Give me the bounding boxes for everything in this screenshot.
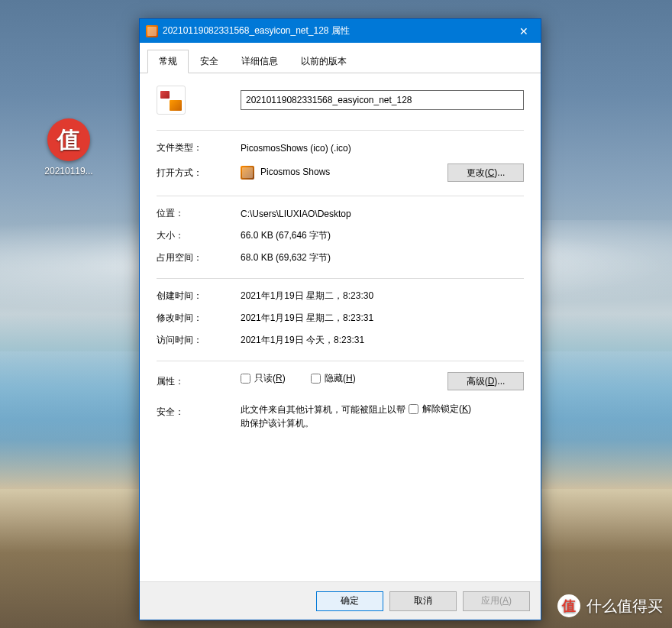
dialog-footer: 确定 取消 应用(A) (140, 581, 541, 620)
divider (157, 278, 524, 279)
hidden-checkbox[interactable]: 隐藏(H) (311, 372, 356, 385)
divider (157, 196, 524, 196)
apply-button[interactable]: 应用(A) (463, 591, 530, 611)
change-button[interactable]: 更改(C)... (447, 163, 524, 182)
ok-button[interactable]: 确定 (316, 591, 383, 611)
cancel-button[interactable]: 取消 (389, 591, 457, 611)
close-icon[interactable]: ✕ (506, 19, 541, 43)
label-sizeondisk: 占用空间： (157, 251, 241, 264)
file-type-icon (157, 86, 186, 115)
value-location: C:\Users\LIUXIAO\Desktop (241, 209, 524, 219)
value-accessed: 2021年1月19日 今天，8:23:31 (241, 334, 524, 347)
titlebar[interactable]: 20210119082331568_easyicon_net_128 属性 ✕ (140, 19, 541, 43)
tab-details[interactable]: 详细信息 (230, 50, 289, 73)
unblock-checkbox[interactable]: 解除锁定(K) (409, 403, 471, 416)
tab-strip: 常规 安全 详细信息 以前的版本 (140, 43, 541, 73)
label-filetype: 文件类型： (157, 141, 241, 154)
label-modified: 修改时间： (157, 312, 241, 325)
label-size: 大小： (157, 229, 241, 242)
security-text: 此文件来自其他计算机，可能被阻止以帮助保护该计算机。 (241, 403, 409, 430)
value-size: 66.0 KB (67,646 字节) (241, 229, 524, 242)
label-created: 创建时间： (157, 290, 241, 303)
openwith-app-name: Picosmos Shows (260, 167, 330, 177)
advanced-button[interactable]: 高级(D)... (447, 372, 524, 390)
filename-input[interactable] (241, 90, 524, 110)
value-created: 2021年1月19日 星期二，8:23:30 (241, 290, 524, 303)
file-icon-badge: 值 (47, 118, 90, 161)
tab-general[interactable]: 常规 (147, 50, 189, 73)
watermark-icon: 值 (557, 594, 580, 617)
tab-security[interactable]: 安全 (189, 50, 230, 73)
value-openwith: Picosmos Shows (241, 166, 447, 180)
properties-dialog: 20210119082331568_easyicon_net_128 属性 ✕ … (139, 18, 541, 620)
desktop-file-icon[interactable]: 值 20210119... (31, 118, 107, 176)
value-filetype: PicosmosShows (ico) (.ico) (241, 143, 524, 154)
label-openwith: 打开方式： (157, 167, 241, 180)
titlebar-file-icon (146, 25, 158, 37)
label-location: 位置： (157, 207, 241, 220)
divider (157, 130, 524, 131)
general-panel: 文件类型： PicosmosShows (ico) (.ico) 打开方式： P… (140, 73, 541, 581)
watermark: 值 什么值得买 (557, 594, 663, 617)
watermark-text: 什么值得买 (586, 596, 663, 617)
value-sizeondisk: 68.0 KB (69,632 字节) (241, 251, 524, 264)
divider (157, 361, 524, 361)
readonly-checkbox[interactable]: 只读(R) (241, 372, 286, 385)
value-modified: 2021年1月19日 星期二，8:23:31 (241, 312, 524, 325)
tab-previous-versions[interactable]: 以前的版本 (289, 50, 358, 73)
desktop-file-label: 20210119... (31, 166, 107, 176)
app-icon (241, 166, 254, 180)
label-attributes: 属性： (157, 372, 241, 388)
label-security: 安全： (157, 403, 241, 419)
label-accessed: 访问时间： (157, 334, 241, 347)
titlebar-title: 20210119082331568_easyicon_net_128 属性 (163, 24, 506, 37)
